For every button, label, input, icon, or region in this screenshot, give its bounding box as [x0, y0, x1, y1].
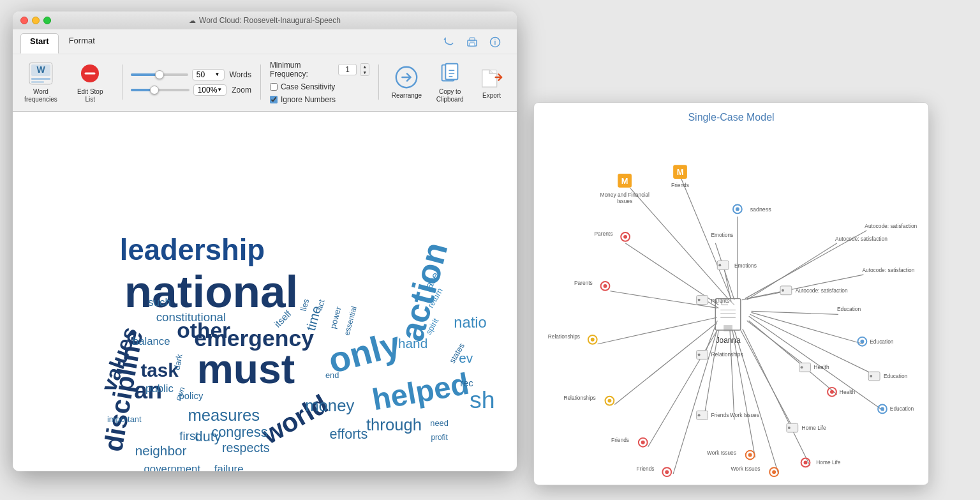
- svg-text:Education: Education: [884, 373, 908, 379]
- close-button[interactable]: [20, 17, 28, 24]
- tab-start[interactable]: Start: [20, 33, 59, 54]
- undo-button[interactable]: [440, 33, 458, 51]
- copy-clipboard-button[interactable]: Copy toClipboard: [432, 58, 468, 106]
- line-rel3: [614, 324, 715, 404]
- word-duty: duty: [195, 428, 221, 444]
- tab-format[interactable]: Format: [60, 33, 104, 54]
- svg-rect-1: [470, 43, 475, 46]
- zoom-slider-row: 100% ▼ Zoom: [131, 84, 251, 96]
- word-neighbor: neighbor: [135, 443, 187, 458]
- word-public: public: [145, 383, 174, 395]
- word-hand: hand: [398, 336, 427, 351]
- export-button[interactable]: Export: [474, 62, 509, 102]
- line-work2: [732, 330, 755, 457]
- tab-bar: Start Format: [13, 29, 517, 54]
- title-bar: ☁ Word Cloud: Roosevelt-Inaugural-Speech: [13, 11, 517, 29]
- svg-text:Issues: Issues: [617, 198, 632, 204]
- line-health2: [749, 321, 837, 395]
- word-sh: sh: [470, 386, 495, 413]
- model-window: Single-Case Model Joanna: [533, 102, 929, 485]
- edit-stop-list-button[interactable]: Edit Stop List: [68, 58, 113, 106]
- svg-point-84: [860, 340, 864, 344]
- svg-text:Relationships: Relationships: [711, 351, 743, 358]
- word-such: such: [148, 296, 170, 308]
- word-measures: measures: [188, 406, 260, 424]
- divider-1: [122, 64, 122, 100]
- freq-down[interactable]: ▼: [360, 70, 369, 75]
- svg-text:Autocode: satisfaction: Autocode: satisfaction: [835, 236, 887, 242]
- freq-up[interactable]: ▲: [360, 64, 369, 70]
- minimize-button[interactable]: [32, 17, 40, 24]
- word-action: action: [392, 238, 455, 345]
- copy-label: Copy toClipboard: [436, 88, 464, 103]
- freq-stepper[interactable]: ▲ ▼: [360, 63, 369, 76]
- svg-point-65: [748, 453, 752, 457]
- ignore-numbers-checkbox[interactable]: [270, 96, 278, 103]
- word-efforts: efforts: [329, 426, 368, 442]
- words-slider[interactable]: [131, 73, 188, 76]
- zoom-slider[interactable]: [131, 89, 189, 91]
- svg-text:Work Issues: Work Issues: [707, 450, 736, 456]
- svg-text:Relationships: Relationships: [548, 333, 580, 340]
- word-rec: rec: [460, 378, 473, 388]
- toolbar-row: W Wordfrequencies Edit Stop List: [13, 54, 517, 111]
- words-value-box[interactable]: 50 ▼: [192, 69, 225, 80]
- window-title: ☁ Word Cloud: Roosevelt-Inaugural-Speech: [189, 16, 341, 25]
- svg-text:Friends: Friends: [611, 437, 629, 443]
- case-sensitivity-row: Case Sensitivity: [270, 82, 369, 91]
- info-button[interactable]: i: [486, 33, 504, 51]
- min-freq-value[interactable]: 1: [338, 64, 356, 75]
- svg-point-43: [698, 299, 701, 301]
- words-slider-row: 50 ▼ Words: [131, 69, 251, 80]
- svg-text:Health: Health: [813, 364, 829, 370]
- word-through: through: [366, 416, 422, 434]
- word-frequencies-button[interactable]: W Wordfrequencies: [20, 58, 61, 106]
- svg-text:Autocode: satisfaction: Autocode: satisfaction: [796, 287, 848, 294]
- export-label: Export: [482, 92, 501, 100]
- case-sensitivity-checkbox[interactable]: [270, 83, 278, 91]
- svg-text:Health: Health: [840, 389, 856, 395]
- svg-text:Education: Education: [890, 405, 914, 412]
- svg-point-30: [736, 207, 739, 211]
- line-rel1: [598, 317, 717, 344]
- svg-text:Joanna: Joanna: [716, 336, 741, 345]
- app-icon: ☁: [189, 17, 196, 25]
- word-leadership: leadership: [120, 234, 265, 266]
- word-constitutional: constitutional: [156, 310, 226, 324]
- svg-text:Money and Financial: Money and Financial: [600, 192, 649, 198]
- svg-point-52: [607, 399, 611, 403]
- svg-text:M: M: [621, 176, 628, 186]
- app-window: ☁ Word Cloud: Roosevelt-Inaugural-Speech…: [13, 11, 517, 471]
- svg-text:Friends: Friends: [637, 466, 655, 472]
- min-freq-label: Minimum Frequency:: [270, 61, 336, 79]
- word-freq-icon: W: [28, 61, 54, 86]
- rearrange-button[interactable]: Rearrange: [388, 62, 426, 102]
- model-svg: Joanna: [534, 128, 928, 481]
- word-freq-label: Wordfrequencies: [24, 88, 57, 103]
- svg-text:Work Issues: Work Issues: [731, 466, 761, 472]
- word-must: must: [197, 346, 295, 392]
- svg-text:Autocode: satisfaction: Autocode: satisfaction: [865, 223, 917, 229]
- wordcloud-area: national must leadership only action hel…: [13, 112, 517, 471]
- toolbar-area: Start Format: [13, 29, 517, 112]
- zoom-value-box[interactable]: 100% ▼: [193, 84, 227, 96]
- print-button[interactable]: [463, 33, 481, 51]
- svg-text:Home Life: Home Life: [816, 459, 841, 466]
- case-sensitivity-label: Case Sensitivity: [281, 82, 335, 91]
- svg-text:Emotions: Emotions: [734, 262, 757, 269]
- svg-point-55: [698, 414, 701, 416]
- svg-point-61: [665, 470, 669, 474]
- rearrange-label: Rearrange: [392, 92, 422, 100]
- maximize-button[interactable]: [43, 17, 51, 24]
- svg-text:i: i: [494, 39, 496, 46]
- svg-point-37: [623, 235, 627, 239]
- svg-text:Relationships: Relationships: [563, 395, 595, 401]
- edit-stop-icon: [77, 61, 103, 86]
- svg-text:Friends: Friends: [671, 182, 689, 188]
- word-policy: policy: [179, 391, 204, 401]
- svg-point-77: [801, 366, 803, 368]
- svg-text:Friends: Friends: [711, 412, 729, 418]
- svg-rect-9: [31, 81, 44, 83]
- options-area: Minimum Frequency: 1 ▲ ▼ Case Sensitivit…: [270, 61, 369, 104]
- word-need: need: [430, 418, 449, 428]
